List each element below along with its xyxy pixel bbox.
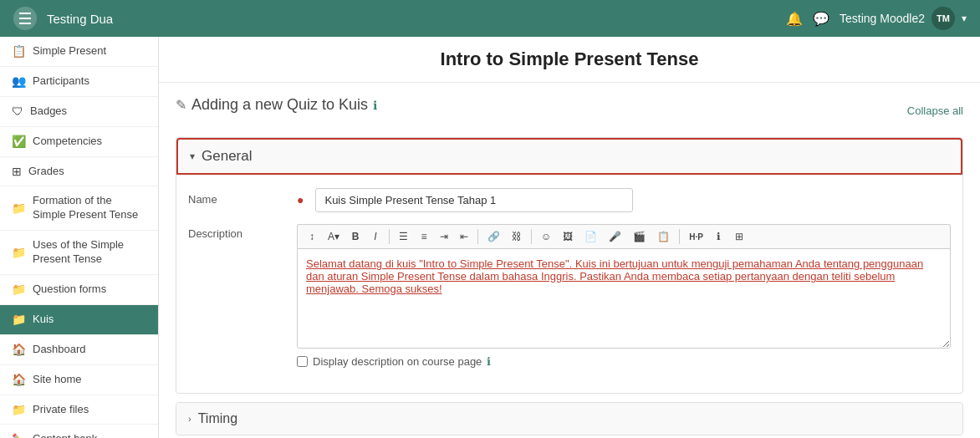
form-container: ✎ Adding a new Quiz to Kuis ℹ Collapse a… [159,83,980,438]
general-chevron-icon: ▾ [190,150,195,162]
toolbar-link-btn[interactable]: 🔗 [482,228,505,245]
sidebar-icon-uses: 📁 [12,246,26,259]
app-title: Testing Dua [47,12,113,26]
sidebar-label-competencies: Competencies [33,135,102,149]
sidebar-item-private-files[interactable]: 📁 Private files [0,395,158,425]
sidebar-icon-badges: 🛡 [12,104,23,118]
sidebar-icon-simple-present: 📋 [12,44,26,58]
sidebar-item-participants[interactable]: 👥 Participants [0,67,158,97]
display-description-row: Display description on course page ℹ [297,355,951,368]
sidebar-label-question-forms: Question forms [33,283,106,297]
sidebar-item-kuis[interactable]: 📁 Kuis [0,305,158,335]
sidebar-icon-kuis: 📁 [12,313,26,326]
toolbar-bold-btn[interactable]: B [346,228,365,245]
general-section-title: General [202,148,252,165]
toolbar-video-btn[interactable]: 🎬 [628,228,651,245]
sidebar-item-content-bank[interactable]: ✏️ Content bank [0,425,158,438]
toolbar-font-btn[interactable]: A▾ [323,228,345,245]
sidebar-label-dashboard: Dashboard [33,343,86,357]
toolbar-sep-3 [531,229,532,244]
collapse-all-button[interactable]: Collapse all [907,104,963,117]
toolbar-table-btn[interactable]: ⊞ [730,228,748,245]
sidebar-label-private-files: Private files [33,403,89,417]
name-field-row: Name ● [188,188,951,212]
toolbar-hp-btn[interactable]: H·P [684,230,708,244]
user-menu[interactable]: Testing Moodle2 TM ▾ [840,7,967,30]
sidebar-icon-grades: ⊞ [12,165,22,178]
toolbar-file-btn[interactable]: 📄 [579,228,602,245]
name-input[interactable] [315,188,633,212]
page-header: Intro to Simple Present Tense [159,37,980,83]
display-description-help-icon[interactable]: ℹ [487,355,491,368]
description-field-row: Description ↕ A▾ B I ☰ ≡ [188,224,951,368]
content-area: Intro to Simple Present Tense ✎ Adding a… [159,37,980,438]
description-label: Description [188,224,288,240]
sidebar-icon-competencies: ✅ [12,135,26,148]
form-help-icon[interactable]: ℹ [373,99,377,112]
editor-text: Selamat datang di kuis "Intro to Simple … [306,257,923,295]
timing-section-title: Timing [198,411,237,426]
toolbar-sep-4 [679,229,680,244]
toolbar-audio-btn[interactable]: 🎤 [604,228,626,245]
sidebar-icon-site-home: 🏠 [12,373,26,386]
toolbar-sep-1 [389,229,390,244]
sidebar-item-site-home[interactable]: 🏠 Site home [0,365,158,395]
timing-section: › Timing [176,402,963,435]
general-section-header[interactable]: ▾ General [176,138,962,175]
toolbar-unlink-btn[interactable]: ⛓ [507,228,527,245]
user-avatar: TM [932,7,955,30]
edit-icon: ✎ [176,97,186,113]
top-bar-right: 🔔 💬 Testing Moodle2 TM ▾ [786,7,967,30]
hamburger-menu[interactable] [13,7,37,30]
toolbar-ul-btn[interactable]: ☰ [394,228,413,245]
sidebar-icon-dashboard: 🏠 [12,343,26,356]
sidebar-item-dashboard[interactable]: 🏠 Dashboard [0,335,158,365]
toolbar-format-btn[interactable]: ↕ [303,228,321,245]
sidebar-icon-participants: 👥 [12,74,26,88]
sidebar-icon-question-forms: 📁 [12,283,26,296]
user-name: Testing Moodle2 [840,12,925,25]
name-input-wrapper [315,188,951,212]
name-required-indicator: ● [297,193,304,206]
sidebar-label-simple-present: Simple Present [33,44,106,59]
editor-toolbar: ↕ A▾ B I ☰ ≡ ⇥ ⇤ � [297,224,951,248]
description-editor[interactable]: Selamat datang di kuis "Intro to Simple … [297,248,951,349]
name-label: Name [188,188,288,206]
sidebar: 📋 Simple Present 👥 Participants 🛡 Badges… [0,37,159,438]
sidebar-item-grades[interactable]: ⊞ Grades [0,157,158,187]
toolbar-sep-2 [477,229,478,244]
toolbar-emoji-btn[interactable]: ☺ [536,228,556,245]
sidebar-label-kuis: Kuis [33,313,54,327]
toolbar-indent-btn[interactable]: ⇥ [435,228,453,245]
form-title-text: Adding a new Quiz to Kuis [191,96,368,114]
messages-icon[interactable]: 💬 [813,11,829,27]
timing-chevron-icon: › [188,414,191,424]
notification-bell[interactable]: 🔔 [786,11,803,27]
sidebar-item-formation[interactable]: 📁 Formation of the Simple Present Tense [0,186,158,231]
sidebar-label-uses: Uses of the Simple Present Tense [33,238,146,267]
sidebar-label-participants: Participants [33,74,89,89]
sidebar-label-formation: Formation of the Simple Present Tense [33,194,146,222]
sidebar-item-competencies[interactable]: ✅ Competencies [0,127,158,157]
general-section: ▾ General Name ● [176,137,963,394]
display-description-checkbox[interactable] [297,356,308,367]
general-section-body: Name ● Description [176,175,962,393]
toolbar-ol-btn[interactable]: ≡ [415,228,433,245]
sidebar-label-grades: Grades [28,165,64,179]
form-title-row: ✎ Adding a new Quiz to Kuis ℹ [176,96,377,114]
display-description-label: Display description on course page [313,355,482,368]
timing-section-header[interactable]: › Timing [176,403,962,435]
sidebar-item-badges[interactable]: 🛡 Badges [0,97,158,127]
toolbar-copy-btn[interactable]: 📋 [652,228,675,245]
toolbar-outdent-btn[interactable]: ⇤ [455,228,473,245]
toolbar-info-btn[interactable]: ℹ [710,228,728,245]
toolbar-image-btn[interactable]: 🖼 [558,228,578,245]
sidebar-item-question-forms[interactable]: 📁 Question forms [0,275,158,305]
sidebar-icon-private-files: 📁 [12,403,26,416]
user-menu-chevron: ▾ [962,13,967,24]
page-title: Intro to Simple Present Tense [176,48,963,70]
sidebar-item-uses[interactable]: 📁 Uses of the Simple Present Tense [0,231,158,275]
sidebar-item-simple-present[interactable]: 📋 Simple Present [0,37,158,67]
toolbar-italic-btn[interactable]: I [366,228,385,245]
sidebar-label-badges: Badges [30,104,67,119]
